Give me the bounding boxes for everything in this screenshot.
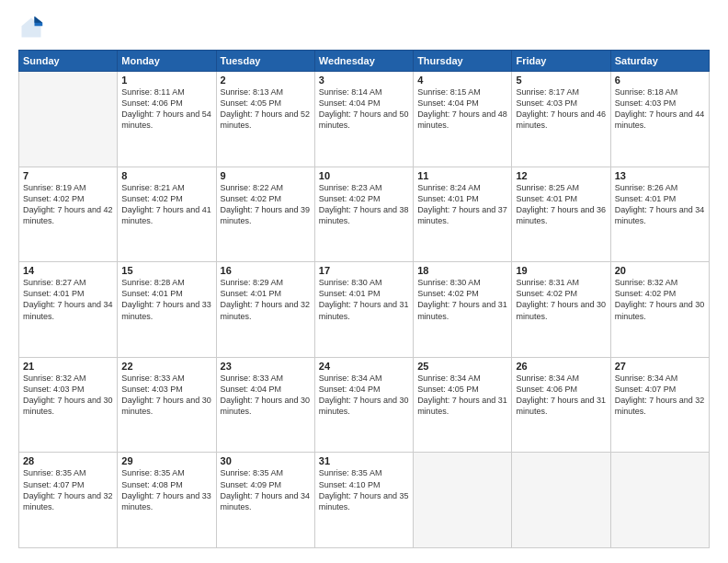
calendar-week-row: 21Sunrise: 8:32 AMSunset: 4:03 PMDayligh… xyxy=(19,357,710,453)
day-number: 17 xyxy=(319,265,409,276)
calendar-cell: 29Sunrise: 8:35 AMSunset: 4:08 PMDayligh… xyxy=(118,453,216,548)
logo-icon xyxy=(18,15,44,40)
calendar-cell: 27Sunrise: 8:34 AMSunset: 4:07 PMDayligh… xyxy=(610,357,709,453)
day-info: Sunrise: 8:33 AMSunset: 4:04 PMDaylight:… xyxy=(221,373,311,418)
calendar-cell: 2Sunrise: 8:13 AMSunset: 4:05 PMDaylight… xyxy=(216,72,314,167)
day-info: Sunrise: 8:14 AMSunset: 4:04 PMDaylight:… xyxy=(319,86,409,132)
day-number: 18 xyxy=(417,265,507,276)
calendar-day-header: Sunday xyxy=(19,51,118,72)
day-info: Sunrise: 8:28 AMSunset: 4:01 PMDaylight:… xyxy=(121,277,211,322)
calendar-week-row: 7Sunrise: 8:19 AMSunset: 4:02 PMDaylight… xyxy=(19,167,710,262)
calendar-cell: 31Sunrise: 8:35 AMSunset: 4:10 PMDayligh… xyxy=(314,453,413,548)
day-number: 16 xyxy=(221,265,311,276)
day-info: Sunrise: 8:34 AMSunset: 4:06 PMDaylight:… xyxy=(516,373,606,418)
day-info: Sunrise: 8:35 AMSunset: 4:09 PMDaylight:… xyxy=(221,467,311,512)
calendar-cell: 4Sunrise: 8:15 AMSunset: 4:04 PMDaylight… xyxy=(414,72,512,167)
day-info: Sunrise: 8:13 AMSunset: 4:05 PMDaylight:… xyxy=(221,86,311,132)
calendar-cell: 21Sunrise: 8:32 AMSunset: 4:03 PMDayligh… xyxy=(19,357,118,453)
calendar-cell xyxy=(414,453,512,548)
calendar-day-header: Monday xyxy=(118,51,216,72)
day-info: Sunrise: 8:27 AMSunset: 4:01 PMDaylight:… xyxy=(23,277,113,322)
day-info: Sunrise: 8:21 AMSunset: 4:02 PMDaylight:… xyxy=(121,182,211,227)
calendar-cell: 18Sunrise: 8:30 AMSunset: 4:02 PMDayligh… xyxy=(414,262,512,358)
day-number: 26 xyxy=(516,361,606,372)
page: SundayMondayTuesdayWednesdayThursdayFrid… xyxy=(0,0,728,563)
day-info: Sunrise: 8:19 AMSunset: 4:02 PMDaylight:… xyxy=(23,182,113,227)
day-info: Sunrise: 8:25 AMSunset: 4:01 PMDaylight:… xyxy=(516,182,606,227)
day-number: 2 xyxy=(221,75,311,86)
calendar-cell: 14Sunrise: 8:27 AMSunset: 4:01 PMDayligh… xyxy=(19,262,118,358)
calendar-cell: 30Sunrise: 8:35 AMSunset: 4:09 PMDayligh… xyxy=(216,453,314,548)
calendar-cell: 3Sunrise: 8:14 AMSunset: 4:04 PMDaylight… xyxy=(314,72,413,167)
day-number: 10 xyxy=(319,170,409,181)
day-number: 13 xyxy=(615,170,705,181)
day-number: 12 xyxy=(516,170,606,181)
calendar-cell: 9Sunrise: 8:22 AMSunset: 4:02 PMDaylight… xyxy=(216,167,314,262)
svg-marker-2 xyxy=(35,17,43,23)
calendar-cell: 8Sunrise: 8:21 AMSunset: 4:02 PMDaylight… xyxy=(118,167,216,262)
day-info: Sunrise: 8:15 AMSunset: 4:04 PMDaylight:… xyxy=(417,86,507,132)
calendar-day-header: Saturday xyxy=(610,51,709,72)
day-info: Sunrise: 8:35 AMSunset: 4:08 PMDaylight:… xyxy=(121,467,211,512)
calendar-cell: 16Sunrise: 8:29 AMSunset: 4:01 PMDayligh… xyxy=(216,262,314,358)
calendar-cell: 15Sunrise: 8:28 AMSunset: 4:01 PMDayligh… xyxy=(118,262,216,358)
calendar-cell: 19Sunrise: 8:31 AMSunset: 4:02 PMDayligh… xyxy=(512,262,610,358)
day-number: 7 xyxy=(23,170,113,181)
calendar-cell: 1Sunrise: 8:11 AMSunset: 4:06 PMDaylight… xyxy=(118,72,216,167)
day-info: Sunrise: 8:26 AMSunset: 4:01 PMDaylight:… xyxy=(615,182,705,227)
calendar-cell: 5Sunrise: 8:17 AMSunset: 4:03 PMDaylight… xyxy=(512,72,610,167)
day-number: 27 xyxy=(615,361,705,372)
calendar-cell: 6Sunrise: 8:18 AMSunset: 4:03 PMDaylight… xyxy=(610,72,709,167)
calendar-week-row: 28Sunrise: 8:35 AMSunset: 4:07 PMDayligh… xyxy=(19,453,710,548)
calendar-cell: 22Sunrise: 8:33 AMSunset: 4:03 PMDayligh… xyxy=(118,357,216,453)
day-info: Sunrise: 8:31 AMSunset: 4:02 PMDaylight:… xyxy=(516,277,606,322)
calendar-cell: 11Sunrise: 8:24 AMSunset: 4:01 PMDayligh… xyxy=(414,167,512,262)
day-number: 23 xyxy=(221,361,311,372)
day-info: Sunrise: 8:32 AMSunset: 4:03 PMDaylight:… xyxy=(23,373,113,418)
day-number: 28 xyxy=(23,455,113,466)
day-number: 22 xyxy=(121,361,211,372)
calendar-cell: 28Sunrise: 8:35 AMSunset: 4:07 PMDayligh… xyxy=(19,453,118,548)
day-info: Sunrise: 8:30 AMSunset: 4:01 PMDaylight:… xyxy=(319,277,409,322)
day-info: Sunrise: 8:35 AMSunset: 4:07 PMDaylight:… xyxy=(23,467,113,512)
day-info: Sunrise: 8:23 AMSunset: 4:02 PMDaylight:… xyxy=(319,182,409,227)
calendar-cell xyxy=(610,453,709,548)
day-number: 30 xyxy=(221,455,311,466)
calendar-day-header: Tuesday xyxy=(216,51,314,72)
calendar-cell xyxy=(512,453,610,548)
day-info: Sunrise: 8:17 AMSunset: 4:03 PMDaylight:… xyxy=(516,86,606,132)
day-info: Sunrise: 8:34 AMSunset: 4:04 PMDaylight:… xyxy=(319,373,409,418)
calendar-cell: 26Sunrise: 8:34 AMSunset: 4:06 PMDayligh… xyxy=(512,357,610,453)
calendar-cell: 20Sunrise: 8:32 AMSunset: 4:02 PMDayligh… xyxy=(610,262,709,358)
calendar-cell xyxy=(19,72,118,167)
day-info: Sunrise: 8:32 AMSunset: 4:02 PMDaylight:… xyxy=(615,277,705,322)
calendar-cell: 13Sunrise: 8:26 AMSunset: 4:01 PMDayligh… xyxy=(610,167,709,262)
day-number: 31 xyxy=(319,455,409,466)
day-number: 6 xyxy=(615,75,705,86)
day-number: 5 xyxy=(516,75,606,86)
day-info: Sunrise: 8:24 AMSunset: 4:01 PMDaylight:… xyxy=(417,182,507,227)
calendar-table: SundayMondayTuesdayWednesdayThursdayFrid… xyxy=(18,50,710,548)
day-info: Sunrise: 8:35 AMSunset: 4:10 PMDaylight:… xyxy=(319,467,409,512)
day-info: Sunrise: 8:29 AMSunset: 4:01 PMDaylight:… xyxy=(221,277,311,322)
day-number: 4 xyxy=(417,75,507,86)
day-number: 11 xyxy=(417,170,507,181)
calendar-cell: 24Sunrise: 8:34 AMSunset: 4:04 PMDayligh… xyxy=(314,357,413,453)
calendar-cell: 7Sunrise: 8:19 AMSunset: 4:02 PMDaylight… xyxy=(19,167,118,262)
day-number: 3 xyxy=(319,75,409,86)
day-info: Sunrise: 8:30 AMSunset: 4:02 PMDaylight:… xyxy=(417,277,507,322)
day-number: 1 xyxy=(121,75,211,86)
calendar-header-row: SundayMondayTuesdayWednesdayThursdayFrid… xyxy=(19,51,710,72)
logo xyxy=(18,15,48,40)
calendar-cell: 23Sunrise: 8:33 AMSunset: 4:04 PMDayligh… xyxy=(216,357,314,453)
day-number: 20 xyxy=(615,265,705,276)
day-info: Sunrise: 8:18 AMSunset: 4:03 PMDaylight:… xyxy=(615,86,705,132)
day-number: 8 xyxy=(121,170,211,181)
day-number: 25 xyxy=(417,361,507,372)
day-number: 29 xyxy=(121,455,211,466)
day-number: 15 xyxy=(121,265,211,276)
day-number: 19 xyxy=(516,265,606,276)
calendar-week-row: 14Sunrise: 8:27 AMSunset: 4:01 PMDayligh… xyxy=(19,262,710,358)
calendar-day-header: Wednesday xyxy=(314,51,413,72)
calendar-cell: 25Sunrise: 8:34 AMSunset: 4:05 PMDayligh… xyxy=(414,357,512,453)
